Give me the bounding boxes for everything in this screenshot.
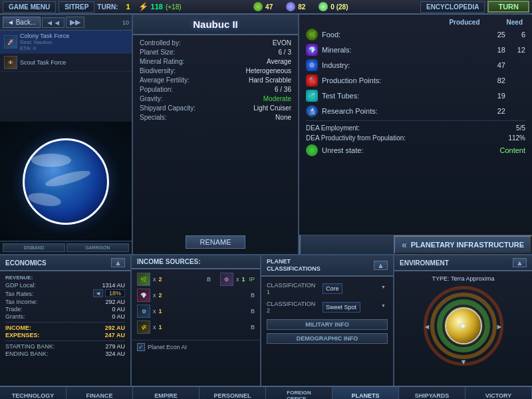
testtubes-label: Test Tubes: <box>322 92 479 100</box>
tab-finance[interactable]: FINANCE <box>66 387 133 399</box>
tab-technology[interactable]: TECHNOLOGY <box>0 387 66 399</box>
shipyard-label: Shipyard Capacity: <box>140 104 196 112</box>
environment-expand-button[interactable]: ▲ <box>513 258 527 267</box>
prev-fleet-button[interactable]: ◄◄ <box>42 17 65 28</box>
tab-foreign-office[interactable]: FOREIGNOFFICE <box>266 387 332 399</box>
sitrep-button[interactable]: SITREP <box>59 1 94 13</box>
next-fleet-button[interactable]: ▶▶ <box>66 17 84 28</box>
minerals-resource-row: 💎 Minerals: 18 12 <box>306 44 525 56</box>
tab-victory[interactable]: VICTORY <box>466 387 532 399</box>
trade-value: 0 AU <box>112 306 125 313</box>
research-resource-row: 🔬 Research Points: 22 <box>306 105 525 117</box>
fleet-eta-colony: ETA: 0 <box>20 45 69 51</box>
fertility-value: Hard Scrabble <box>249 76 291 84</box>
income-source-row-3: ⚙ x 1 B <box>137 305 255 318</box>
turn-button[interactable]: TURN <box>487 1 529 13</box>
class2-select[interactable]: Sweet Spot <box>323 302 360 313</box>
research-icon: 🔬 <box>306 105 318 117</box>
classifications-expand-button[interactable]: ▲ <box>374 261 388 270</box>
game-menu-button[interactable]: GAME MENU <box>3 1 56 13</box>
list-item[interactable]: 👁 Scout Task Force <box>0 54 132 72</box>
resources-panel: Produced Need 🌿 Food: 25 6 💎 Minerals: 1… <box>299 15 532 235</box>
environment-title: ENVIRONMENT <box>400 259 449 267</box>
income-icon-ip: ⚙ <box>220 273 233 286</box>
income-letter-3: B <box>251 308 255 315</box>
produced-header: Produced <box>449 19 479 26</box>
tax-income-value: 292 AU <box>105 299 125 305</box>
env-down-arrow[interactable]: ▼ <box>460 358 467 366</box>
classifications-panel: PLANETCLASSIFICATIONS ▲ CLASSIFICATION 1… <box>261 255 394 386</box>
planet-econ-ai-checkbox[interactable]: ✓ <box>137 343 145 351</box>
income-label: INCOME: <box>5 325 31 331</box>
income-x-2: x <box>153 292 156 299</box>
need-header: Need <box>507 19 523 26</box>
shipyard-value: Light Cruiser <box>253 104 291 112</box>
env-planet-dot <box>460 323 466 329</box>
turn-number: 1 <box>120 3 135 11</box>
list-item[interactable]: 🚀 Colony Task Force Dest: Naubuc ETA: 0 <box>0 31 132 54</box>
dea-productivity-row: DEA Productivity from Population: 112% <box>306 134 525 142</box>
ap-bonus: (+18) <box>166 3 182 11</box>
food-label: Food: <box>322 31 479 39</box>
classification-2-row: CLASSIFICATION 2 Sweet Spot <box>267 301 388 314</box>
checkbox-checkmark: ✓ <box>138 344 144 350</box>
economics-panel: ECONOMICS ▲ REVENUE: GDP Local: 1314 AU … <box>0 255 132 386</box>
industry-resource-row: ⚙ Industry: 47 <box>306 59 525 71</box>
income-icon-1: 🌿 <box>137 273 150 286</box>
back-button[interactable]: ◄ Back... <box>3 17 41 28</box>
planet-size-label: Planet Size: <box>140 49 175 56</box>
food-resource-icon <box>253 2 263 11</box>
income-letter-4: B <box>251 324 255 331</box>
controlled-by-label: Controlled by: <box>140 39 181 47</box>
trade-label: Trade: <box>5 306 23 313</box>
biodiversity-value: Heterogeneous <box>246 67 291 74</box>
grants-label: Grants: <box>5 313 25 320</box>
production-label: Production Points: <box>322 76 479 84</box>
infra-btn-label: PLANETARY INFRASTRUCTURE <box>411 241 524 249</box>
garrison-button[interactable]: GARRISON <box>66 243 129 252</box>
fleet-count: 10 <box>122 19 129 26</box>
planet-globe <box>23 138 109 225</box>
income-source-row-2: 💎 x 2 B <box>137 289 255 302</box>
encyclopedia-button[interactable]: ENCYCLOPEDIA <box>420 1 485 13</box>
rename-button[interactable]: RENAME <box>186 235 245 249</box>
env-right-arrow[interactable]: ► <box>496 323 503 331</box>
specials-value: None <box>275 114 291 121</box>
demographic-info-button[interactable]: DEMOGRAPHIC INFO <box>267 333 388 344</box>
tax-decrease-button[interactable]: ◄ <box>93 289 103 297</box>
minerals-label: Minerals: <box>322 46 479 54</box>
unrest-label: Unrest state: <box>322 146 499 154</box>
economics-expand-button[interactable]: ▲ <box>111 258 125 267</box>
tab-shipyards[interactable]: SHIPYARDS <box>399 387 466 399</box>
dea-employment-value: 5/5 <box>516 124 525 132</box>
ending-bank-label: ENDING BANK: <box>5 350 49 357</box>
income-divider-1 <box>5 322 125 323</box>
food-icon: 🌿 <box>306 29 318 41</box>
income-count-2: 2 <box>159 292 162 299</box>
planetary-infrastructure-button[interactable]: « PLANETARY INFRASTRUCTURE <box>394 235 532 254</box>
fleet-name-scout: Scout Task Force <box>20 59 66 66</box>
income-value: 292 AU <box>105 325 125 331</box>
fleet-list: 🚀 Colony Task Force Dest: Naubuc ETA: 0 … <box>0 31 132 122</box>
economics-title: ECONOMICS <box>5 259 47 267</box>
food-resource-value: 47 <box>265 3 273 11</box>
disband-button[interactable]: DISBAND <box>3 243 65 252</box>
income-source-row-1: 🌿 x 2 B ⚙ x 1 IP <box>137 273 255 286</box>
tab-personnel[interactable]: PERSONNEL <box>200 387 266 399</box>
tab-empire[interactable]: EMPIRE <box>133 387 200 399</box>
mineral-resource-value: 82 <box>298 3 305 11</box>
research-label: Research Points: <box>322 107 479 115</box>
industry-icon: ⚙ <box>306 59 318 71</box>
income-count-4: 1 <box>159 324 162 331</box>
cloud-3 <box>27 190 62 207</box>
tax-rates-label: Tax Rates: <box>5 291 34 297</box>
income-letter-2: B <box>251 292 255 299</box>
env-left-arrow[interactable]: ◄ <box>424 323 431 331</box>
military-info-button[interactable]: MILITARY INFO <box>267 319 388 330</box>
class1-label: CLASSIFICATION 1 <box>267 282 320 295</box>
income-ip-label: IP <box>249 276 255 283</box>
planet-size-value: 6 / 3 <box>279 49 291 56</box>
income-sources-panel: INCOME SOURCES: 🌿 x 2 B ⚙ x 1 IP 💎 x 2 B <box>132 255 261 386</box>
tab-planets[interactable]: PLANETS <box>332 387 399 399</box>
class1-select[interactable]: Core <box>323 283 342 294</box>
